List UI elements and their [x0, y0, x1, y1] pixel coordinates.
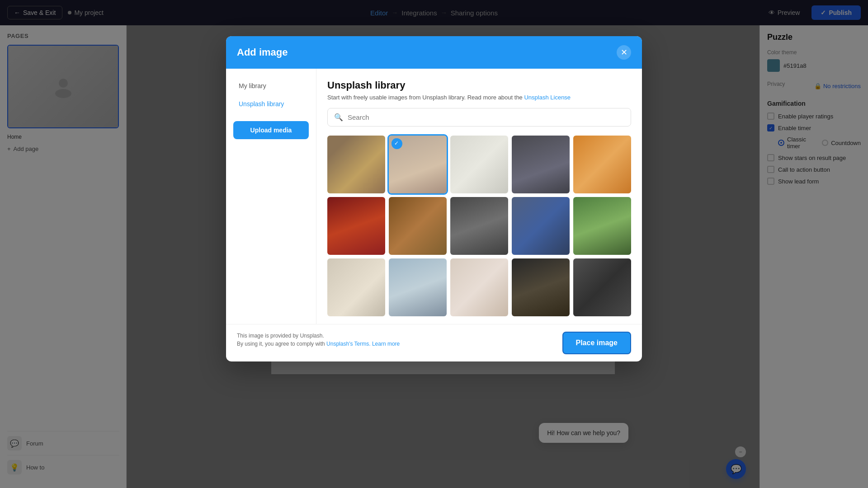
modal-overlay: Add image ✕ My library Unsplash library … [0, 0, 868, 488]
learn-more-link[interactable]: Learn more [372, 341, 400, 347]
image-cell-1[interactable] [327, 136, 385, 193]
image-grid: ✓ [327, 136, 631, 316]
image-cell-9[interactable] [512, 197, 570, 255]
modal-content-area: Unsplash library Start with freely usabl… [316, 69, 642, 324]
terms-link[interactable]: Unsplash's Terms. [326, 341, 370, 347]
image-cell-8[interactable] [450, 197, 508, 255]
modal-close-button[interactable]: ✕ [617, 45, 631, 60]
image-cell-6[interactable] [327, 197, 385, 255]
search-bar: 🔍 [327, 108, 631, 127]
image-cell-14[interactable] [512, 258, 570, 316]
image-cell-10[interactable] [573, 197, 631, 255]
image-cell-11[interactable] [327, 258, 385, 316]
footer-terms: By using it, you agree to comply with Un… [237, 340, 400, 348]
unsplash-license-link[interactable]: Unsplash License [524, 94, 571, 101]
image-cell-7[interactable] [389, 197, 447, 255]
image-cell-3[interactable] [450, 136, 508, 193]
add-image-modal: Add image ✕ My library Unsplash library … [226, 36, 642, 361]
image-cell-2[interactable]: ✓ [389, 136, 447, 193]
modal-header: Add image ✕ [226, 36, 642, 69]
upload-media-button[interactable]: Upload media [233, 121, 309, 139]
modal-footer: This image is provided by Unsplash. By u… [226, 324, 642, 361]
image-cell-13[interactable] [450, 258, 508, 316]
modal-body: My library Unsplash library Upload media… [226, 69, 642, 324]
image-cell-5[interactable] [573, 136, 631, 193]
unsplash-description: Start with freely usable images from Uns… [327, 94, 631, 101]
selected-check: ✓ [392, 138, 402, 149]
unsplash-title: Unsplash library [327, 80, 631, 91]
search-icon: 🔍 [334, 113, 343, 122]
my-library-nav[interactable]: My library [233, 78, 309, 94]
search-input[interactable] [348, 113, 624, 121]
modal-title: Add image [237, 47, 288, 58]
place-image-button[interactable]: Place image [562, 332, 632, 354]
image-cell-15[interactable] [573, 258, 631, 316]
image-cell-12[interactable] [389, 258, 447, 316]
unsplash-library-nav[interactable]: Unsplash library [233, 96, 309, 112]
modal-sidebar: My library Unsplash library Upload media [226, 69, 316, 324]
footer-text: This image is provided by Unsplash. By u… [237, 332, 400, 348]
image-cell-4[interactable] [512, 136, 570, 193]
